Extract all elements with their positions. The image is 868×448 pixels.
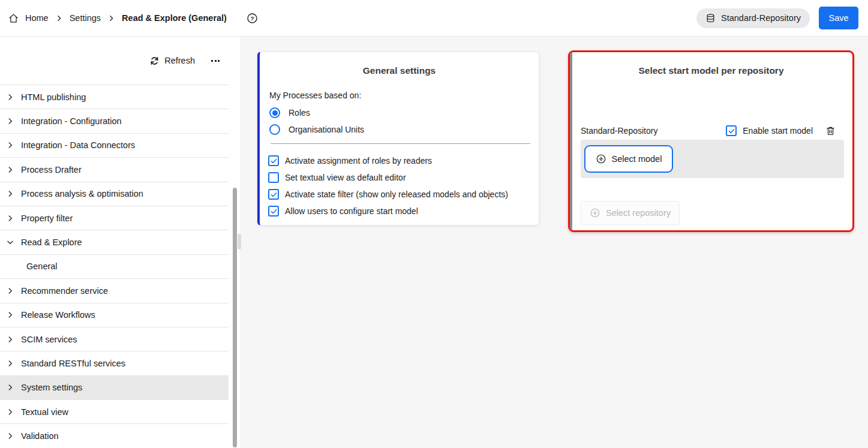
- sidebar-item-validation[interactable]: Validation: [0, 423, 229, 447]
- sidebar-item-label: HTML publishing: [21, 92, 86, 102]
- textual-default-checkbox-label: Set textual view as default editor: [285, 173, 406, 182]
- chevron-right-icon: [55, 14, 63, 22]
- sidebar-actions: Refresh: [0, 37, 240, 85]
- save-button[interactable]: Save: [819, 7, 858, 29]
- refresh-button[interactable]: Refresh: [150, 56, 195, 65]
- select-model-button[interactable]: Select model: [584, 145, 673, 173]
- chevron-right-icon: [6, 335, 16, 344]
- sidebar-item-integration-configuration[interactable]: Integration - Configuration: [0, 109, 229, 133]
- general-settings-card: General settings My Processes based on: …: [257, 52, 539, 225]
- chevron-right-icon: [6, 432, 16, 440]
- refresh-label: Refresh: [164, 56, 195, 65]
- trash-icon: [825, 125, 836, 136]
- enable-start-model-label: Enable start model: [743, 126, 813, 136]
- sidebar-item-label: Validation: [21, 431, 59, 441]
- sidebar-scrollbar-thumb[interactable]: [233, 188, 237, 447]
- chevron-right-icon: [6, 359, 16, 368]
- sidebar-item-property-filter[interactable]: Property filter: [0, 206, 229, 230]
- repository-row-actions: Enable start model: [726, 125, 836, 136]
- sidebar-item-label: Property filter: [21, 214, 73, 223]
- sidebar-item-label: Standard RESTful services: [21, 359, 125, 368]
- chevron-right-icon: [6, 214, 16, 223]
- chevron-right-icon: [6, 93, 16, 101]
- enable-start-model-checkbox[interactable]: [726, 125, 737, 136]
- settings-nav-list: HTML publishing Integration - Configurat…: [0, 85, 229, 448]
- checkbox-row-activate-roles: Activate assignment of roles by readers: [268, 155, 432, 167]
- activate-roles-checkbox-label: Activate assignment of roles by readers: [285, 156, 432, 166]
- textual-default-checkbox[interactable]: [268, 172, 279, 183]
- breadcrumb: Home Settings Read & Explore (General) ?: [8, 13, 258, 24]
- general-settings-title: General settings: [260, 65, 539, 76]
- sidebar-item-release-workflows[interactable]: Release Workflows: [0, 303, 229, 327]
- radio-row-organisational-units: Organisational Units: [269, 124, 364, 136]
- checkbox-row-allow-start-model: Allow users to configure start model: [268, 205, 418, 217]
- repository-selector-label: Standard-Repository: [721, 13, 801, 23]
- chevron-right-icon: [6, 287, 16, 295]
- divider: [271, 143, 530, 144]
- chevron-down-icon: [6, 238, 16, 246]
- chevron-right-icon: [6, 190, 16, 198]
- chevron-right-icon: [6, 311, 16, 319]
- radio-row-roles: Roles: [269, 107, 310, 119]
- settings-page: { "colors": { "accent_blue": "#1570ef", …: [0, 0, 868, 448]
- sidebar-item-textual-view[interactable]: Textual view: [0, 399, 229, 423]
- sidebar-item-label: General: [26, 261, 58, 271]
- organisational-units-radio[interactable]: [269, 124, 280, 135]
- sidebar-item-read-explore[interactable]: Read & Explore: [0, 230, 229, 254]
- sidebar-item-label: Release Workflows: [21, 310, 95, 320]
- sidebar-item-read-explore-general[interactable]: General: [0, 254, 229, 278]
- sidebar-item-html-publishing[interactable]: HTML publishing: [0, 85, 229, 109]
- plus-circle-icon: [596, 154, 606, 164]
- start-model-card: Select start model per repository Standa…: [568, 50, 854, 232]
- card-accent-bar: [570, 52, 572, 230]
- sidebar-item-process-drafter[interactable]: Process Drafter: [0, 157, 229, 181]
- sidebar-item-recommender-service[interactable]: Recommender service: [0, 278, 229, 302]
- sidebar-item-integration-data-connectors[interactable]: Integration - Data Connectors: [0, 133, 229, 157]
- organisational-units-radio-label: Organisational Units: [289, 125, 364, 134]
- state-filter-checkbox[interactable]: [268, 189, 279, 200]
- sidebar-item-label: Process Drafter: [21, 165, 82, 175]
- checkbox-row-textual-default: Set textual view as default editor: [268, 172, 406, 184]
- my-processes-label: My Processes based on:: [269, 91, 361, 100]
- top-bar-actions: Standard-Repository Save: [696, 7, 858, 29]
- start-model-title: Select start model per repository: [570, 65, 852, 76]
- activate-roles-checkbox[interactable]: [268, 155, 279, 166]
- sidebar-item-label: Textual view: [21, 407, 68, 417]
- settings-sidebar: Refresh HTML publishing Integration - Co…: [0, 37, 240, 448]
- database-icon: [705, 13, 716, 23]
- sidebar-resize-handle[interactable]: [238, 234, 241, 249]
- chevron-right-icon: [6, 141, 16, 149]
- breadcrumb-home[interactable]: Home: [25, 13, 49, 23]
- help-icon[interactable]: ?: [247, 13, 258, 24]
- sidebar-item-label: Read & Explore: [21, 237, 82, 247]
- chevron-right-icon: [107, 14, 115, 22]
- sidebar-item-scim-services[interactable]: SCIM services: [0, 327, 229, 351]
- chevron-right-icon: [6, 166, 16, 174]
- sidebar-item-process-analysis[interactable]: Process analysis & optimisation: [0, 182, 229, 206]
- sidebar-item-label: Integration - Configuration: [21, 116, 122, 126]
- state-filter-checkbox-label: Activate state filter (show only release…: [285, 190, 508, 199]
- allow-start-model-checkbox-label: Allow users to configure start model: [285, 206, 418, 216]
- delete-repository-button[interactable]: [825, 125, 836, 136]
- repository-selector-button[interactable]: Standard-Repository: [696, 8, 810, 28]
- sidebar-item-label: Recommender service: [21, 286, 108, 296]
- more-options-button[interactable]: [211, 60, 220, 62]
- home-icon[interactable]: [8, 13, 19, 23]
- sidebar-item-system-settings[interactable]: System settings: [0, 375, 229, 399]
- sidebar-item-label: Integration - Data Connectors: [21, 140, 135, 150]
- repository-row: Standard-Repository Enable start model: [581, 125, 836, 137]
- breadcrumb-settings[interactable]: Settings: [70, 13, 101, 23]
- chevron-right-icon: [6, 383, 16, 392]
- ellipsis-icon: [211, 60, 220, 62]
- roles-radio-label: Roles: [289, 108, 310, 118]
- sidebar-item-standard-restful-services[interactable]: Standard RESTful services: [0, 351, 229, 375]
- select-repository-label: Select repository: [606, 208, 671, 218]
- roles-radio[interactable]: [269, 107, 280, 118]
- select-repository-button[interactable]: Select repository: [581, 201, 680, 225]
- allow-start-model-checkbox[interactable]: [268, 206, 279, 217]
- chevron-right-icon: [6, 117, 16, 125]
- repository-name-label: Standard-Repository: [581, 126, 657, 136]
- refresh-icon: [150, 56, 159, 65]
- svg-text:?: ?: [250, 14, 254, 21]
- sidebar-item-label: Process analysis & optimisation: [21, 189, 143, 199]
